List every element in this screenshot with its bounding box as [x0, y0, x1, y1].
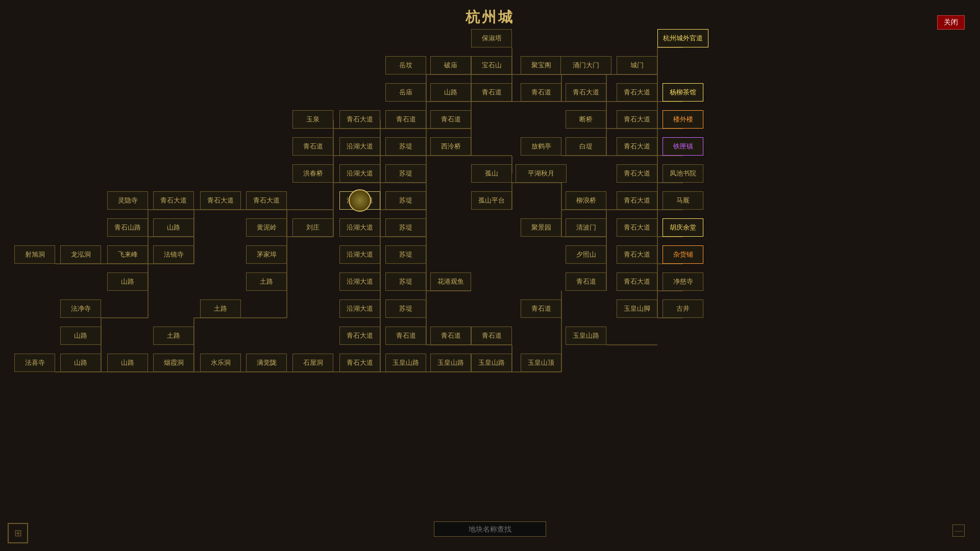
map-node-yuhuangshanding[interactable]: 玉皇山顶 — [521, 354, 561, 372]
map-node-qingshidadao4[interactable]: 青石大道 — [617, 137, 657, 156]
map-node-qingshidao11[interactable]: 青石道 — [471, 327, 512, 345]
map-node-qingshidadao3[interactable]: 青石大道 — [617, 110, 657, 129]
map-node-shanlu3[interactable]: 山路 — [107, 272, 148, 291]
map-node-qingshidadao1[interactable]: 青石大道 — [617, 83, 657, 102]
map-node-qingshidadao11[interactable]: 青石大道 — [617, 245, 657, 264]
map-node-huqingyu[interactable]: 胡庆余堂 — [663, 218, 703, 237]
map-node-yangliuchaguan[interactable]: 杨柳茶馆 — [663, 83, 703, 102]
map-node-shanlu2[interactable]: 山路 — [153, 218, 194, 237]
map-node-qingshidadao8[interactable]: 青石大道 — [246, 191, 287, 210]
map-node-pomiao[interactable]: 破庙 — [430, 56, 471, 74]
map-node-yuhuangshanlu[interactable]: 玉皇山路 — [566, 327, 606, 345]
map-node-baoshishan[interactable]: 宝石山 — [471, 56, 512, 74]
map-node-jujingyuan[interactable]: 聚景园 — [521, 218, 561, 237]
map-node-qingshidadao6[interactable]: 青石大道 — [153, 191, 194, 210]
map-node-tulu1[interactable]: 土路 — [246, 272, 287, 291]
map-node-shanlu1[interactable]: 山路 — [430, 83, 471, 102]
map-node-shiweifang[interactable]: 石屋洞 — [292, 354, 333, 372]
map-node-xilengqiao[interactable]: 西泠桥 — [430, 137, 471, 156]
map-node-qingshidao6[interactable]: 青石道 — [292, 137, 333, 156]
map-node-yanhudadao4[interactable]: 沿湖大道 — [339, 218, 380, 237]
map-node-shanlu6[interactable]: 山路 — [107, 354, 148, 372]
map-node-qingshidadao7[interactable]: 青石大道 — [200, 191, 241, 210]
map-node-fengchishuyuan[interactable]: 凤池书院 — [663, 164, 703, 183]
map-node-liulanqiao[interactable]: 柳浪桥 — [566, 191, 606, 210]
map-node-baoshu[interactable]: 保淑塔 — [471, 29, 512, 47]
map-node-gushan1[interactable]: 孤山 — [471, 164, 512, 183]
map-node-pinghu[interactable]: 平湖秋月 — [516, 164, 567, 183]
map-node-tulu3[interactable]: 土路 — [153, 327, 194, 345]
map-node-yuhuangshanjiao[interactable]: 玉皇山脚 — [617, 299, 657, 318]
map-node-manjuejue[interactable]: 满觉陇 — [246, 354, 287, 372]
map-node-yanhudadao1[interactable]: 沿湖大道 — [339, 137, 380, 156]
map-node-qingshidadao5[interactable]: 青石大道 — [617, 164, 657, 183]
map-node-sudi7[interactable]: 苏堤 — [385, 299, 426, 318]
map-node-yuhuangshanlu4[interactable]: 玉皇山路 — [471, 354, 512, 372]
map-node-qingshidao2[interactable]: 青石道 — [521, 83, 561, 102]
map-node-qingshidadao12[interactable]: 青石大道 — [617, 272, 657, 291]
map-node-qingshidadao14[interactable]: 青石大道 — [339, 354, 380, 372]
map-node-qingshidao7[interactable]: 青石道 — [566, 272, 606, 291]
map-node-zahuopuzhen[interactable]: 杂货铺 — [663, 245, 703, 264]
map-node-qingshidao5[interactable]: 青石道 — [430, 110, 471, 129]
map-node-longhongdong[interactable]: 龙泓洞 — [60, 245, 101, 264]
map-node-fajingsi2[interactable]: 法净寺 — [60, 299, 101, 318]
map-node-malu[interactable]: 马厩 — [663, 191, 703, 210]
map-node-gujin[interactable]: 古井 — [663, 299, 703, 318]
map-node-chengmen[interactable]: 城门 — [617, 56, 657, 74]
map-node-fangheting[interactable]: 放鹤亭 — [521, 137, 561, 156]
map-node-faxisi[interactable]: 法喜寺 — [14, 354, 55, 372]
map-node-jubao[interactable]: 聚宝阁 — [521, 56, 561, 74]
map-node-sudi3[interactable]: 苏堤 — [385, 191, 426, 210]
search-input[interactable] — [434, 521, 546, 537]
map-node-qingshidadao13[interactable]: 青石大道 — [339, 327, 380, 345]
map-node-fajingsi[interactable]: 法镜寺 — [153, 245, 194, 264]
map-node-yanxiandong[interactable]: 烟霞洞 — [153, 354, 194, 372]
map-node-qingshishanlu[interactable]: 青石山路 — [107, 218, 148, 237]
map-node-yanhudadao6[interactable]: 沿湖大道 — [339, 272, 380, 291]
map-node-huangnigang[interactable]: 黄泥岭 — [246, 218, 287, 237]
map-node-sudi1[interactable]: 苏堤 — [385, 137, 426, 156]
map-node-hangzhouwaiguan[interactable]: 杭州城外官道 — [657, 29, 708, 47]
map-node-yongmen[interactable]: 涌门大门 — [560, 56, 611, 74]
map-node-yuemiao[interactable]: 岳庙 — [385, 83, 426, 102]
map-node-sudi4[interactable]: 苏堤 — [385, 218, 426, 237]
map-node-shanlu4[interactable]: 山路 — [60, 327, 101, 345]
map-node-qingshidao9[interactable]: 青石道 — [385, 327, 426, 345]
map-node-liuzhuang[interactable]: 刘庄 — [292, 218, 333, 237]
map-node-qingshidao8[interactable]: 青石道 — [521, 299, 561, 318]
map-node-qingshidadao10[interactable]: 青石大道 — [617, 218, 657, 237]
map-node-feilaifeng[interactable]: 飞来峰 — [107, 245, 148, 264]
map-node-sudi6[interactable]: 苏堤 — [385, 272, 426, 291]
map-node-qingshidao10[interactable]: 青石道 — [430, 327, 471, 345]
map-node-qingshidao1[interactable]: 青石道 — [471, 83, 512, 102]
map-node-yanhudadao3[interactable]: 沿湖大道 — [339, 191, 380, 210]
map-node-yuquan[interactable]: 玉泉 — [292, 110, 333, 129]
map-node-sudi2[interactable]: 苏堤 — [385, 164, 426, 183]
map-node-yanhudadao2[interactable]: 沿湖大道 — [339, 164, 380, 183]
map-node-duanqiao[interactable]: 断桥 — [566, 110, 606, 129]
map-node-yanhudadao7[interactable]: 沿湖大道 — [339, 299, 380, 318]
map-node-yuefeng[interactable]: 岳坟 — [385, 56, 426, 74]
map-node-huagangguanyu[interactable]: 花港观鱼 — [430, 272, 471, 291]
close-button[interactable]: 关闭 — [937, 15, 965, 30]
map-node-sudi5[interactable]: 苏堤 — [385, 245, 426, 264]
map-node-jingcisi[interactable]: 净慈寺 — [663, 272, 703, 291]
map-node-maojiabu[interactable]: 茅家埠 — [246, 245, 287, 264]
map-node-louwaijou[interactable]: 楼外楼 — [663, 110, 703, 129]
minimize-button[interactable]: — — [952, 524, 965, 537]
map-node-shexudong[interactable]: 射旭洞 — [14, 245, 55, 264]
map-node-lingyinsi[interactable]: 灵隐寺 — [107, 191, 148, 210]
map-node-qingshidao4[interactable]: 青石道 — [385, 110, 426, 129]
map-node-yuhuangshanlu3[interactable]: 玉皇山路 — [430, 354, 471, 372]
map-node-shuiledon[interactable]: 水乐洞 — [200, 354, 241, 372]
map-node-hongchunqiao[interactable]: 洪春桥 — [292, 164, 333, 183]
map-node-shanlu5[interactable]: 山路 — [60, 354, 101, 372]
map-node-xizhaoshan[interactable]: 夕照山 — [566, 245, 606, 264]
map-node-tiequzhen[interactable]: 铁匣镇 — [663, 137, 703, 156]
map-node-gushanplatform[interactable]: 孤山平台 — [471, 191, 512, 210]
map-node-tulu2[interactable]: 土路 — [200, 299, 241, 318]
map-node-qingbomen[interactable]: 清波门 — [566, 218, 606, 237]
map-node-qingshidadao9[interactable]: 青石大道 — [617, 191, 657, 210]
map-node-qingshidao3[interactable]: 青石大道 — [566, 83, 606, 102]
